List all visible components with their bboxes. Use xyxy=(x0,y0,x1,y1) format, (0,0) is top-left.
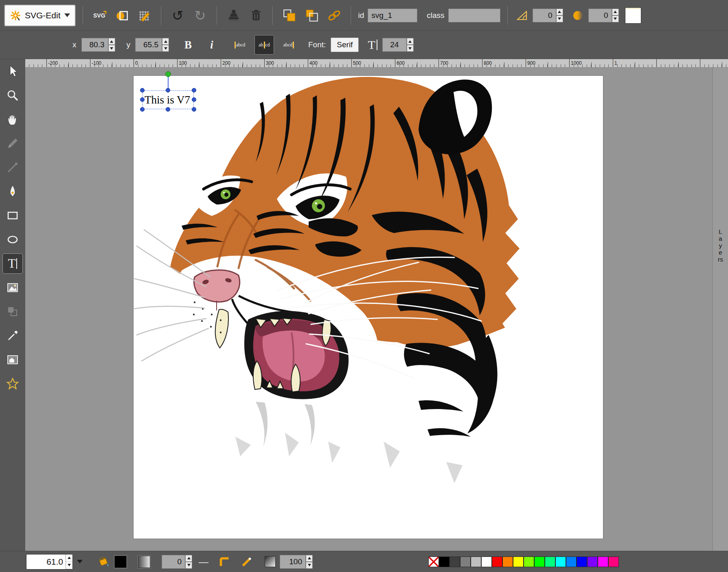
delete-button[interactable] xyxy=(247,6,265,25)
divider xyxy=(83,6,83,25)
stroke-width-input[interactable] xyxy=(162,555,185,569)
star-tool[interactable] xyxy=(2,374,23,394)
palette-swatch[interactable] xyxy=(502,557,513,567)
palette-swatch[interactable] xyxy=(513,557,524,567)
text-anchor-start-button[interactable]: abcd xyxy=(230,35,250,55)
blur-step-up[interactable] xyxy=(612,9,619,15)
select-tool[interactable] xyxy=(2,61,23,81)
color-swatch-button[interactable] xyxy=(625,7,641,24)
stroke-width-step-down[interactable] xyxy=(185,562,192,569)
element-class-input[interactable] xyxy=(448,9,500,22)
bold-button[interactable]: B xyxy=(179,35,197,54)
eyedropper-tool[interactable] xyxy=(2,326,23,346)
opacity-step-up[interactable] xyxy=(306,555,313,562)
path-tool[interactable] xyxy=(2,181,23,202)
edit-source-button[interactable]: SVG xyxy=(90,6,109,25)
redo-button[interactable]: ↻ xyxy=(191,6,210,25)
fill-color-swatch[interactable] xyxy=(114,556,127,568)
palette-swatch[interactable] xyxy=(555,557,566,567)
font-size-step-down[interactable] xyxy=(407,45,414,52)
palette-swatch[interactable] xyxy=(566,557,577,567)
opacity-step-down[interactable] xyxy=(306,562,313,569)
resize-handle-w[interactable] xyxy=(140,97,145,102)
palette-swatch[interactable] xyxy=(587,557,598,567)
editor-preferences-button[interactable] xyxy=(135,6,154,25)
palette-swatch[interactable] xyxy=(439,557,450,567)
hand-icon xyxy=(6,112,20,126)
text-tool[interactable]: T xyxy=(2,253,23,274)
x-input[interactable] xyxy=(81,38,108,52)
rect-tool[interactable] xyxy=(2,205,23,226)
palette-swatch[interactable] xyxy=(481,557,492,567)
opacity-gradient-icon[interactable] xyxy=(265,556,276,567)
italic-button[interactable]: i xyxy=(202,35,221,54)
clone-button[interactable] xyxy=(224,6,243,25)
blur-input[interactable] xyxy=(588,9,612,22)
main-menu-button[interactable]: SVG-Edit xyxy=(4,4,76,26)
move-to-top-button[interactable] xyxy=(280,6,299,25)
ellipse-tool[interactable] xyxy=(2,229,23,250)
divider xyxy=(351,6,351,25)
text-anchor-end-button[interactable]: abcd xyxy=(279,35,298,55)
y-step-up[interactable] xyxy=(162,38,169,45)
angle-step-down[interactable] xyxy=(556,15,563,22)
zoom-input[interactable] xyxy=(26,557,66,567)
pencil-tool[interactable] xyxy=(2,133,23,154)
y-input[interactable] xyxy=(135,38,162,52)
zoom-step-down[interactable] xyxy=(66,562,72,569)
linejoin-button[interactable] xyxy=(215,552,234,571)
document-properties-icon xyxy=(115,8,129,23)
document-properties-button[interactable] xyxy=(113,6,132,25)
x-step-down[interactable] xyxy=(108,45,115,52)
resize-handle-n[interactable] xyxy=(166,88,170,92)
rotate-handle[interactable] xyxy=(165,71,171,77)
make-link-button[interactable] xyxy=(325,6,344,25)
pan-tool[interactable] xyxy=(2,109,23,130)
resize-handle-se[interactable] xyxy=(192,107,196,112)
resize-handle-nw[interactable] xyxy=(140,88,145,92)
palette-swatch[interactable] xyxy=(450,557,460,567)
palette-swatch[interactable] xyxy=(598,557,608,567)
x-step-up[interactable] xyxy=(108,38,115,45)
svg-canvas[interactable]: This is V7 xyxy=(134,76,603,539)
palette-swatch[interactable] xyxy=(545,557,555,567)
line-tool[interactable] xyxy=(2,157,23,178)
palette-swatch[interactable] xyxy=(534,557,545,567)
angle-step-up[interactable] xyxy=(556,9,563,15)
selected-text-element[interactable]: This is V7 xyxy=(143,90,194,109)
palette-swatch[interactable] xyxy=(608,557,619,567)
font-size-input[interactable] xyxy=(382,38,407,52)
text-anchor-middle-button[interactable]: ab cd xyxy=(254,35,274,55)
undo-button[interactable]: ↺ xyxy=(169,6,187,25)
zoom-tool[interactable] xyxy=(2,85,23,106)
palette-swatch[interactable] xyxy=(471,557,481,567)
move-to-bottom-button[interactable] xyxy=(303,6,321,25)
palette-swatch[interactable] xyxy=(492,557,502,567)
font-size-step-up[interactable] xyxy=(407,38,414,45)
resize-handle-sw[interactable] xyxy=(140,107,145,112)
stroke-width-step-up[interactable] xyxy=(185,555,192,562)
font-family-button[interactable]: Serif xyxy=(331,37,359,52)
resize-handle-s[interactable] xyxy=(166,107,170,112)
layers-panel-tab[interactable]: Layers xyxy=(713,68,728,551)
blur-step-down[interactable] xyxy=(612,15,619,22)
opacity-input[interactable] xyxy=(280,555,306,569)
linecap-button[interactable] xyxy=(238,552,257,571)
library-tool[interactable] xyxy=(2,350,23,370)
stroke-dash-button[interactable]: — xyxy=(196,554,211,569)
stroke-color-swatch[interactable] xyxy=(138,556,150,568)
shapes-tool[interactable] xyxy=(2,301,23,322)
zoom-step-up[interactable] xyxy=(66,554,72,562)
palette-swatch[interactable] xyxy=(460,557,471,567)
ruler-label: 900 xyxy=(527,60,535,66)
resize-handle-ne[interactable] xyxy=(192,88,196,92)
image-tool[interactable] xyxy=(2,277,23,298)
resize-handle-e[interactable] xyxy=(192,97,196,102)
element-id-input[interactable] xyxy=(368,9,417,22)
palette-swatch[interactable] xyxy=(577,557,587,567)
angle-input[interactable] xyxy=(533,9,556,22)
palette-swatch-none[interactable] xyxy=(428,557,439,567)
y-step-down[interactable] xyxy=(162,45,169,52)
palette-swatch[interactable] xyxy=(524,557,534,567)
zoom-dropdown-caret[interactable] xyxy=(77,560,83,563)
